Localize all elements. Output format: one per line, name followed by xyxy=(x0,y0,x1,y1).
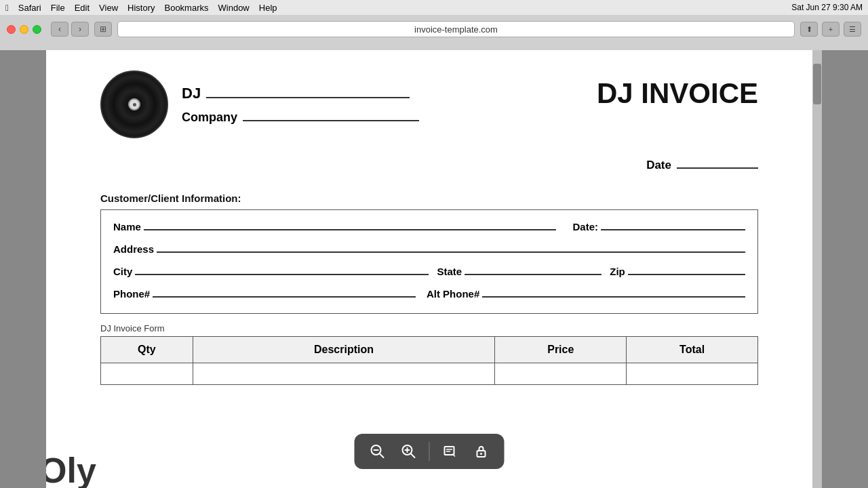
zip-label: Zip xyxy=(610,266,625,277)
toolbar-divider xyxy=(429,442,430,461)
dj-name-field[interactable] xyxy=(206,97,410,98)
dj-name-line: DJ xyxy=(182,85,419,102)
name-field[interactable] xyxy=(144,229,557,230)
zoom-in-button[interactable] xyxy=(398,441,420,462)
oly-text: Oly xyxy=(46,453,96,488)
page-content: DJ Company DJ INVOICE Date Customer/Clie… xyxy=(0,50,868,488)
col-header-price: Price xyxy=(495,337,627,363)
items-table: Qty Description Price Total xyxy=(100,336,758,385)
browser-actions: ⬆ + ☰ xyxy=(800,22,861,37)
minimize-button[interactable] xyxy=(20,25,28,34)
menu-edit[interactable]: Edit xyxy=(75,3,90,13)
menu-window[interactable]: Window xyxy=(218,3,250,13)
alt-phone-label: Alt Phone# xyxy=(427,288,479,300)
name-date-row: Name Date: xyxy=(113,221,745,232)
address-label: Address xyxy=(113,243,154,255)
table-header-row: Qty Description Price Total xyxy=(101,337,758,363)
clock: Sat Jun 27 9:30 AM xyxy=(791,3,863,12)
customer-info-box: Name Date: Address City State Zip xyxy=(100,209,758,314)
sidebar-button[interactable]: ☰ xyxy=(844,22,861,37)
date-label: Date xyxy=(646,159,671,172)
vinyl-center xyxy=(128,98,140,110)
company-label: Company xyxy=(182,110,237,125)
state-label: State xyxy=(437,266,462,277)
fullscreen-button[interactable] xyxy=(33,25,41,34)
table-header: Qty Description Price Total xyxy=(101,337,758,363)
scrollbar[interactable] xyxy=(812,50,822,488)
svg-line-1 xyxy=(380,453,384,458)
col-header-description: Description xyxy=(193,337,495,363)
date-field[interactable] xyxy=(677,167,758,169)
menu-file[interactable]: File xyxy=(51,3,65,13)
dj-label: DJ xyxy=(182,85,201,102)
new-tab-button[interactable]: + xyxy=(822,22,840,37)
svg-rect-7 xyxy=(445,447,454,455)
date-section: Date xyxy=(100,159,758,172)
phone-label: Phone# xyxy=(113,288,150,300)
date-field-label: Date: xyxy=(572,221,598,232)
invoice-form-label: DJ Invoice Form xyxy=(100,323,758,333)
menu-view[interactable]: View xyxy=(99,3,118,13)
forward-button[interactable]: › xyxy=(71,22,89,37)
traffic-lights xyxy=(7,25,41,34)
invoice-header: DJ Company DJ INVOICE xyxy=(100,70,758,138)
col-header-qty: Qty xyxy=(101,337,193,363)
annotate-button[interactable] xyxy=(439,441,461,462)
menu-help[interactable]: Help xyxy=(259,3,277,13)
mac-menubar:  Safari File Edit View History Bookmark… xyxy=(0,0,868,15)
qty-cell-1[interactable] xyxy=(101,363,193,385)
client-date-field[interactable] xyxy=(601,229,745,230)
lock-button[interactable] xyxy=(471,441,492,462)
nav-buttons: ‹ › xyxy=(51,22,89,37)
address-field[interactable] xyxy=(157,251,745,253)
menu-safari[interactable]: Safari xyxy=(18,3,41,13)
table-body xyxy=(101,363,758,385)
company-field[interactable] xyxy=(243,120,419,121)
state-field[interactable] xyxy=(465,274,601,275)
phone-field[interactable] xyxy=(153,296,416,298)
share-button[interactable]: ⬆ xyxy=(800,22,818,37)
city-field[interactable] xyxy=(135,274,429,275)
col-header-total: Total xyxy=(627,337,758,363)
price-cell-1[interactable] xyxy=(495,363,627,385)
customer-section-label: Customer/Client Information: xyxy=(100,192,758,204)
total-cell-1[interactable] xyxy=(627,363,758,385)
city-state-zip-row: City State Zip xyxy=(113,266,745,277)
svg-point-9 xyxy=(480,453,482,455)
address-row: Address xyxy=(113,243,745,255)
apple-menu[interactable]:  xyxy=(5,3,9,13)
invoice-title: DJ INVOICE xyxy=(597,77,758,110)
phone-row: Phone# Alt Phone# xyxy=(113,288,745,300)
menu-bookmarks[interactable]: Bookmarks xyxy=(164,3,208,13)
pdf-toolbar xyxy=(355,434,505,469)
url-text: invoice-template.com xyxy=(414,24,498,35)
address-bar[interactable]: invoice-template.com xyxy=(117,21,795,37)
close-button[interactable] xyxy=(7,25,16,34)
dj-logo-section: DJ Company xyxy=(100,70,419,138)
desc-cell-1[interactable] xyxy=(193,363,495,385)
tab-view-button[interactable]: ⊞ xyxy=(94,22,112,37)
date-line: Date xyxy=(646,159,758,172)
zoom-out-button[interactable] xyxy=(367,441,389,462)
dj-info: DJ Company xyxy=(182,85,419,125)
company-line: Company xyxy=(182,110,419,125)
browser-chrome: ‹ › ⊞ invoice-template.com ⬆ + ☰ xyxy=(0,15,868,50)
vinyl-record-logo xyxy=(100,70,168,138)
city-label: City xyxy=(113,266,132,277)
scrollbar-thumb[interactable] xyxy=(813,64,821,104)
document-area: DJ Company DJ INVOICE Date Customer/Clie… xyxy=(46,50,812,488)
menubar-right: Sat Jun 27 9:30 AM xyxy=(791,3,863,12)
vinyl-dot xyxy=(133,103,136,106)
menu-history[interactable]: History xyxy=(127,3,155,13)
zip-field[interactable] xyxy=(628,274,745,275)
svg-line-4 xyxy=(411,453,415,458)
alt-phone-field[interactable] xyxy=(482,296,745,298)
browser-toolbar: ‹ › ⊞ invoice-template.com ⬆ + ☰ xyxy=(7,19,861,39)
name-label: Name xyxy=(113,221,141,232)
back-button[interactable]: ‹ xyxy=(51,22,68,37)
table-row xyxy=(101,363,758,385)
